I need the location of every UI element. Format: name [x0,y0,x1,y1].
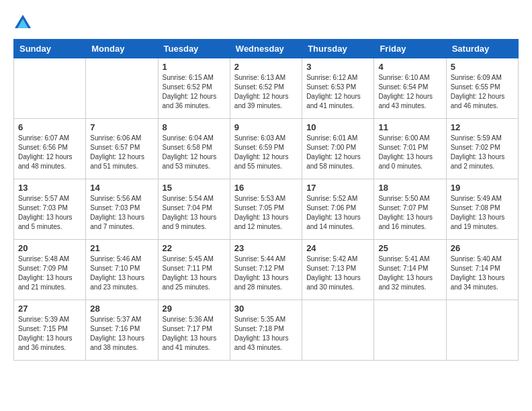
calendar-week-5: 27Sunrise: 5:39 AMSunset: 7:15 PMDayligh… [14,300,519,361]
calendar-header-sunday: Sunday [14,40,86,58]
day-info: Sunrise: 5:36 AMSunset: 7:17 PMDaylight:… [163,315,226,353]
day-info: Sunrise: 6:03 AMSunset: 6:59 PMDaylight:… [234,134,298,171]
day-number: 9 [234,122,298,132]
day-number: 25 [378,243,441,253]
calendar-cell: 16Sunrise: 5:53 AMSunset: 7:05 PMDayligh… [230,179,302,240]
day-number: 2 [234,62,298,72]
day-info: Sunrise: 5:56 AMSunset: 7:03 PMDaylight:… [90,194,153,232]
day-info: Sunrise: 5:39 AMSunset: 7:15 PMDaylight:… [18,315,81,353]
day-number: 19 [451,183,514,193]
calendar-cell: 27Sunrise: 5:39 AMSunset: 7:15 PMDayligh… [14,300,86,361]
calendar-cell [302,300,374,361]
day-info: Sunrise: 6:10 AMSunset: 6:54 PMDaylight:… [378,73,441,111]
calendar-cell: 25Sunrise: 5:41 AMSunset: 7:14 PMDayligh… [374,240,446,300]
day-number: 18 [378,183,441,193]
day-info: Sunrise: 5:40 AMSunset: 7:14 PMDaylight:… [451,255,514,292]
calendar-cell: 20Sunrise: 5:48 AMSunset: 7:09 PMDayligh… [14,240,86,300]
calendar-header-wednesday: Wednesday [230,40,302,58]
calendar-cell: 28Sunrise: 5:37 AMSunset: 7:16 PMDayligh… [86,300,158,361]
day-number: 5 [451,62,514,72]
day-number: 15 [163,183,226,193]
calendar-header-tuesday: Tuesday [158,40,230,58]
logo [13,13,35,32]
calendar-cell: 5Sunrise: 6:09 AMSunset: 6:55 PMDaylight… [446,58,518,119]
calendar-cell: 3Sunrise: 6:12 AMSunset: 6:53 PMDaylight… [302,58,374,119]
calendar-cell: 22Sunrise: 5:45 AMSunset: 7:11 PMDayligh… [158,240,230,300]
day-info: Sunrise: 5:44 AMSunset: 7:12 PMDaylight:… [234,255,298,292]
day-number: 24 [306,243,369,253]
calendar-cell: 21Sunrise: 5:46 AMSunset: 7:10 PMDayligh… [86,240,158,300]
day-number: 21 [90,243,153,253]
day-number: 12 [451,122,514,132]
day-number: 13 [18,183,81,193]
day-number: 4 [378,62,441,72]
day-number: 26 [451,243,514,253]
day-number: 23 [234,243,298,253]
day-number: 1 [163,62,226,72]
calendar-week-1: 1Sunrise: 6:15 AMSunset: 6:52 PMDaylight… [14,58,519,119]
calendar-cell [86,58,158,119]
day-info: Sunrise: 5:42 AMSunset: 7:13 PMDaylight:… [306,255,369,292]
calendar-cell: 14Sunrise: 5:56 AMSunset: 7:03 PMDayligh… [86,179,158,240]
calendar-cell: 30Sunrise: 5:35 AMSunset: 7:18 PMDayligh… [230,300,302,361]
day-info: Sunrise: 5:52 AMSunset: 7:06 PMDaylight:… [306,194,369,232]
day-number: 29 [163,304,226,314]
day-info: Sunrise: 5:46 AMSunset: 7:10 PMDaylight:… [90,255,153,292]
calendar-cell: 19Sunrise: 5:49 AMSunset: 7:08 PMDayligh… [446,179,518,240]
calendar-cell: 2Sunrise: 6:13 AMSunset: 6:52 PMDaylight… [230,58,302,119]
day-number: 17 [306,183,369,193]
calendar-cell: 1Sunrise: 6:15 AMSunset: 6:52 PMDaylight… [158,58,230,119]
calendar-header-monday: Monday [86,40,158,58]
calendar-cell: 9Sunrise: 6:03 AMSunset: 6:59 PMDaylight… [230,119,302,179]
day-number: 7 [90,122,153,132]
day-info: Sunrise: 6:06 AMSunset: 6:57 PMDaylight:… [90,134,153,171]
calendar-cell: 17Sunrise: 5:52 AMSunset: 7:06 PMDayligh… [302,179,374,240]
calendar-cell [14,58,86,119]
day-number: 16 [234,183,298,193]
calendar-week-3: 13Sunrise: 5:57 AMSunset: 7:03 PMDayligh… [14,179,519,240]
calendar-cell: 13Sunrise: 5:57 AMSunset: 7:03 PMDayligh… [14,179,86,240]
day-info: Sunrise: 5:50 AMSunset: 7:07 PMDaylight:… [378,194,441,232]
day-info: Sunrise: 6:07 AMSunset: 6:56 PMDaylight:… [18,134,81,171]
day-number: 30 [234,304,298,314]
calendar-cell: 8Sunrise: 6:04 AMSunset: 6:58 PMDaylight… [158,119,230,179]
calendar-cell: 4Sunrise: 6:10 AMSunset: 6:54 PMDaylight… [374,58,446,119]
calendar-cell: 6Sunrise: 6:07 AMSunset: 6:56 PMDaylight… [14,119,86,179]
day-number: 11 [378,122,441,132]
day-number: 10 [306,122,369,132]
calendar-header-saturday: Saturday [446,40,518,58]
calendar-cell: 29Sunrise: 5:36 AMSunset: 7:17 PMDayligh… [158,300,230,361]
day-number: 3 [306,62,369,72]
day-info: Sunrise: 5:45 AMSunset: 7:11 PMDaylight:… [163,255,226,292]
day-number: 27 [18,304,81,314]
day-info: Sunrise: 6:04 AMSunset: 6:58 PMDaylight:… [163,134,226,171]
calendar-cell: 18Sunrise: 5:50 AMSunset: 7:07 PMDayligh… [374,179,446,240]
calendar-header-thursday: Thursday [302,40,374,58]
day-info: Sunrise: 6:13 AMSunset: 6:52 PMDaylight:… [234,73,298,111]
calendar-week-2: 6Sunrise: 6:07 AMSunset: 6:56 PMDaylight… [14,119,519,179]
calendar-cell: 12Sunrise: 5:59 AMSunset: 7:02 PMDayligh… [446,119,518,179]
day-info: Sunrise: 5:59 AMSunset: 7:02 PMDaylight:… [451,134,514,171]
day-info: Sunrise: 6:15 AMSunset: 6:52 PMDaylight:… [163,73,226,111]
day-info: Sunrise: 5:57 AMSunset: 7:03 PMDaylight:… [18,194,81,232]
calendar: SundayMondayTuesdayWednesdayThursdayFrid… [13,39,519,361]
calendar-header-friday: Friday [374,40,446,58]
day-number: 14 [90,183,153,193]
day-info: Sunrise: 5:48 AMSunset: 7:09 PMDaylight:… [18,255,81,292]
page-header [13,13,519,32]
day-info: Sunrise: 6:00 AMSunset: 7:01 PMDaylight:… [378,134,441,171]
calendar-cell [374,300,446,361]
day-info: Sunrise: 6:09 AMSunset: 6:55 PMDaylight:… [451,73,514,111]
calendar-cell: 23Sunrise: 5:44 AMSunset: 7:12 PMDayligh… [230,240,302,300]
day-number: 20 [18,243,81,253]
calendar-cell: 15Sunrise: 5:54 AMSunset: 7:04 PMDayligh… [158,179,230,240]
logo-icon [13,13,32,32]
calendar-cell: 11Sunrise: 6:00 AMSunset: 7:01 PMDayligh… [374,119,446,179]
day-number: 6 [18,122,81,132]
day-info: Sunrise: 5:37 AMSunset: 7:16 PMDaylight:… [90,315,153,353]
calendar-week-4: 20Sunrise: 5:48 AMSunset: 7:09 PMDayligh… [14,240,519,300]
day-info: Sunrise: 6:12 AMSunset: 6:53 PMDaylight:… [306,73,369,111]
day-number: 22 [163,243,226,253]
day-info: Sunrise: 5:49 AMSunset: 7:08 PMDaylight:… [451,194,514,232]
day-info: Sunrise: 5:35 AMSunset: 7:18 PMDaylight:… [234,315,298,353]
